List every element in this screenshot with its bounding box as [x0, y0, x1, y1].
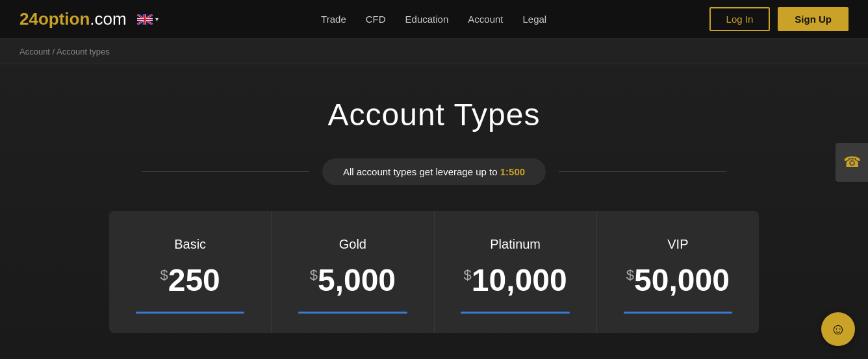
logo: 24option.com — [19, 9, 127, 29]
card-title-platinum: Platinum — [490, 237, 541, 252]
uk-flag-icon — [137, 14, 153, 25]
card-amount-gold: $5,000 — [310, 265, 396, 296]
card-underline-vip — [624, 312, 732, 314]
card-amount-vip: $50,000 — [626, 265, 730, 296]
breadcrumb-bar: Account / Account types — [0, 39, 868, 64]
main-nav: Trade CFD Education Account Legal — [321, 14, 546, 25]
logo-com: .com — [90, 9, 126, 29]
chat-icon: ☺ — [830, 320, 847, 338]
nav-item-education[interactable]: Education — [405, 14, 449, 25]
account-card-basic: Basic $250 — [109, 211, 272, 333]
card-title-gold: Gold — [339, 237, 366, 252]
card-currency-basic: $ — [160, 267, 168, 283]
account-card-vip: VIP $50,000 — [597, 211, 759, 333]
card-underline-platinum — [461, 312, 569, 314]
nav-item-account[interactable]: Account — [468, 14, 503, 25]
card-amount-platinum: $10,000 — [464, 265, 567, 296]
card-currency-gold: $ — [310, 267, 318, 283]
page-title: Account Types — [328, 97, 541, 132]
leverage-line-left — [142, 171, 309, 172]
leverage-line-right — [559, 171, 726, 172]
nav-item-cfd[interactable]: CFD — [366, 14, 386, 25]
account-card-platinum: Platinum $10,000 — [435, 211, 597, 333]
breadcrumb-account-link[interactable]: Account — [19, 47, 50, 56]
card-underline-gold — [298, 312, 407, 314]
chat-button[interactable]: ☺ — [821, 312, 855, 346]
breadcrumb-separator: / — [50, 47, 57, 56]
breadcrumb-current: Account types — [57, 47, 110, 56]
card-value-vip: 50,000 — [634, 263, 730, 297]
header-right: Log In Sign Up — [709, 7, 849, 31]
account-cards-container: Basic $250 Gold $5,000 Platinum $10,000 … — [109, 211, 759, 333]
leverage-highlight: 1:500 — [500, 166, 525, 177]
main-content: Account Types All account types get leve… — [0, 64, 868, 359]
card-underline-basic — [136, 312, 244, 314]
card-amount-basic: $250 — [160, 265, 220, 296]
leverage-banner-wrapper: All account types get leverage up to 1:5… — [142, 158, 726, 185]
logo-24: 24 — [19, 9, 38, 29]
leverage-text-prefix: All account types get leverage up to — [343, 166, 500, 177]
signup-button[interactable]: Sign Up — [778, 7, 849, 31]
logo-option: option — [38, 9, 90, 29]
card-title-vip: VIP — [667, 237, 688, 252]
phone-icon: ☎ — [843, 154, 861, 171]
account-card-gold: Gold $5,000 — [272, 211, 434, 333]
card-value-gold: 5,000 — [318, 263, 396, 297]
header-left: 24option.com ▾ — [19, 9, 159, 29]
card-value-platinum: 10,000 — [472, 263, 567, 297]
nav-item-trade[interactable]: Trade — [321, 14, 346, 25]
card-title-basic: Basic — [174, 237, 206, 252]
leverage-banner: All account types get leverage up to 1:5… — [322, 158, 546, 185]
breadcrumb: Account / Account types — [19, 47, 110, 56]
phone-button[interactable]: ☎ — [836, 143, 868, 182]
language-selector[interactable]: ▾ — [137, 14, 159, 25]
card-currency-platinum: $ — [464, 267, 472, 283]
login-button[interactable]: Log In — [709, 7, 771, 31]
card-currency-vip: $ — [626, 267, 634, 283]
card-value-basic: 250 — [168, 263, 220, 297]
nav-item-legal[interactable]: Legal — [522, 14, 546, 25]
chevron-down-icon: ▾ — [155, 16, 159, 23]
header: 24option.com ▾ Trade CFD Education Accou… — [0, 0, 868, 39]
